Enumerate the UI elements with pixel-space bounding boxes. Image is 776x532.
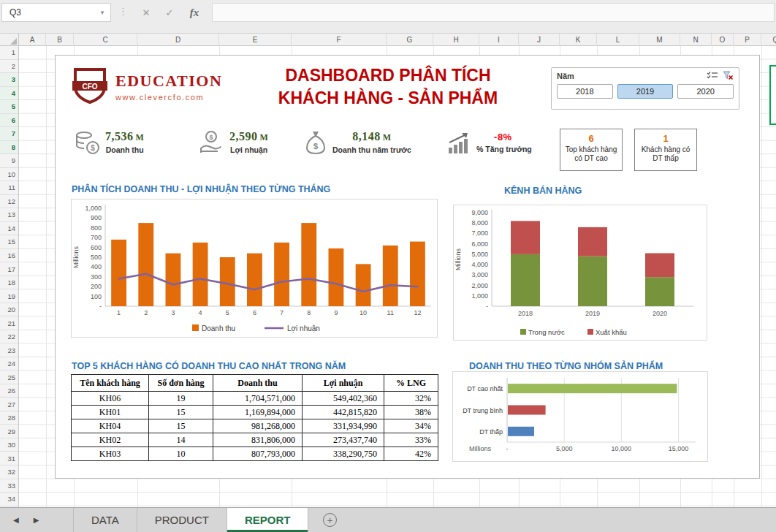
row-header-2[interactable]: 2 — [0, 60, 18, 74]
table-cell[interactable]: 33% — [384, 433, 438, 447]
column-header-P[interactable]: P — [734, 34, 761, 46]
select-all-button[interactable] — [0, 34, 19, 46]
row-header-5[interactable]: 5 — [0, 100, 18, 114]
row-header-7[interactable]: 7 — [0, 127, 18, 141]
name-box[interactable]: Q3 ▾ — [1, 3, 111, 22]
sheet-tab-data[interactable]: DATA — [74, 508, 137, 532]
table-cell[interactable]: 14 — [149, 433, 213, 447]
column-header-N[interactable]: N — [680, 34, 712, 46]
row-header-3[interactable]: 3 — [0, 73, 18, 87]
row-header-4[interactable]: 4 — [0, 87, 18, 101]
sheet-nav-right-icon[interactable]: ▶ — [34, 516, 39, 524]
chart-monthly-revenue-profit[interactable]: -1002003004005006007008009001,000Million… — [71, 199, 438, 338]
table-cell[interactable]: KH03 — [72, 447, 149, 461]
table-cell[interactable]: 42% — [384, 447, 438, 461]
row-header-27[interactable]: 27 — [0, 398, 18, 411]
bar-0 — [508, 384, 677, 393]
row-header-24[interactable]: 24 — [0, 357, 18, 371]
row-header-34[interactable]: 34 — [0, 493, 18, 506]
column-header-D[interactable]: D — [137, 34, 219, 46]
row-header-29[interactable]: 29 — [0, 425, 18, 438]
row-header-20[interactable]: 20 — [0, 303, 18, 317]
table-cell[interactable]: KH01 — [72, 406, 149, 419]
column-header-G[interactable]: G — [387, 34, 433, 46]
row-header-26[interactable]: 26 — [0, 384, 18, 398]
row-header-10[interactable]: 10 — [0, 168, 18, 182]
row-header-14[interactable]: 14 — [0, 222, 18, 236]
row-header-23[interactable]: 23 — [0, 343, 18, 357]
row-header-1[interactable]: 1 — [0, 46, 18, 60]
row-header-6[interactable]: 6 — [0, 114, 18, 128]
table-cell[interactable]: KH06 — [72, 392, 149, 406]
row-header-16[interactable]: 16 — [0, 249, 18, 263]
column-header-F[interactable]: F — [292, 34, 387, 46]
column-header-I[interactable]: I — [479, 34, 519, 46]
row-header-31[interactable]: 31 — [0, 452, 18, 466]
table-cell[interactable]: KH04 — [72, 419, 149, 433]
column-header-Q[interactable]: Q — [761, 34, 776, 46]
name-box-caret-icon[interactable]: ▾ — [94, 9, 110, 16]
table-cell[interactable]: 10 — [149, 447, 213, 461]
table-cell[interactable]: 831,806,000 — [213, 433, 303, 447]
row-header-11[interactable]: 11 — [0, 181, 18, 195]
row-header-12[interactable]: 12 — [0, 195, 18, 209]
table-cell[interactable]: 38% — [384, 406, 438, 419]
table-cell[interactable]: 807,793,000 — [213, 447, 303, 461]
column-header-A[interactable]: A — [19, 34, 46, 46]
table-cell[interactable]: KH02 — [72, 433, 149, 447]
add-sheet-button[interactable]: + — [308, 508, 351, 532]
row-header-18[interactable]: 18 — [0, 276, 18, 290]
sheet-tab-product[interactable]: PRODUCT — [137, 508, 227, 532]
slicer-button-2018[interactable]: 2018 — [557, 84, 613, 99]
table-cell[interactable]: 331,934,990 — [303, 419, 384, 433]
table-cell[interactable]: 15 — [149, 406, 213, 419]
table-cell[interactable]: 1,704,571,000 — [213, 392, 303, 406]
enter-icon[interactable]: ✓ — [159, 3, 180, 22]
slicer-button-2019[interactable]: 2019 — [617, 84, 674, 99]
row-header-19[interactable]: 19 — [0, 289, 18, 303]
cancel-icon[interactable]: ✕ — [136, 3, 156, 22]
row-header-25[interactable]: 25 — [0, 370, 18, 384]
table-cell[interactable]: 19 — [149, 392, 213, 406]
row-header-30[interactable]: 30 — [0, 438, 18, 452]
table-cell[interactable]: 32% — [384, 392, 438, 406]
table-cell[interactable]: 34% — [384, 419, 438, 433]
column-header-L[interactable]: L — [597, 34, 639, 46]
row-header-21[interactable]: 21 — [0, 316, 18, 330]
row-header-28[interactable]: 28 — [0, 411, 18, 425]
table-cell[interactable]: 338,290,750 — [303, 447, 384, 461]
table-cell[interactable]: 273,437,740 — [303, 433, 384, 447]
formula-input[interactable] — [212, 3, 775, 22]
row-header-33[interactable]: 33 — [0, 479, 18, 493]
x-tick-label: 9 — [334, 309, 338, 316]
row-header-13[interactable]: 13 — [0, 208, 18, 222]
row-header-9[interactable]: 9 — [0, 154, 18, 168]
year-slicer[interactable]: Năm 201820192020 — [551, 67, 739, 110]
slicer-button-2020[interactable]: 2020 — [677, 84, 734, 99]
table-cell[interactable]: 549,402,360 — [303, 392, 384, 406]
row-header-8[interactable]: 8 — [0, 141, 18, 155]
column-header-E[interactable]: E — [219, 34, 292, 46]
slicer-clear-filter-icon[interactable] — [723, 71, 734, 80]
row-header-32[interactable]: 32 — [0, 466, 18, 479]
row-header-15[interactable]: 15 — [0, 235, 18, 249]
table-cell[interactable]: 1,169,894,000 — [213, 406, 303, 419]
column-header-M[interactable]: M — [639, 34, 680, 46]
table-cell[interactable]: 981,268,000 — [213, 419, 303, 433]
chart-product-group[interactable]: -5,00010,00015,000DT cao nhấtDT trung bì… — [452, 371, 708, 462]
column-header-B[interactable]: B — [46, 34, 74, 46]
sheet-nav-left-icon[interactable]: ◀ — [13, 516, 19, 524]
table-cell[interactable]: 442,815,820 — [303, 406, 384, 419]
column-header-K[interactable]: K — [560, 34, 597, 46]
chart-sales-channel[interactable]: -1,0002,0003,0004,0005,0006,0007,0008,00… — [453, 205, 707, 341]
insert-function-icon[interactable]: fx — [184, 3, 205, 22]
row-header-17[interactable]: 17 — [0, 262, 18, 276]
column-header-O[interactable]: O — [712, 34, 734, 46]
column-header-J[interactable]: J — [519, 34, 560, 46]
slicer-multiselect-icon[interactable] — [707, 71, 718, 80]
row-header-22[interactable]: 22 — [0, 330, 18, 344]
column-header-C[interactable]: C — [74, 34, 137, 46]
table-cell[interactable]: 15 — [149, 419, 213, 433]
column-header-H[interactable]: H — [433, 34, 479, 46]
sheet-tab-report[interactable]: REPORT — [227, 508, 309, 532]
